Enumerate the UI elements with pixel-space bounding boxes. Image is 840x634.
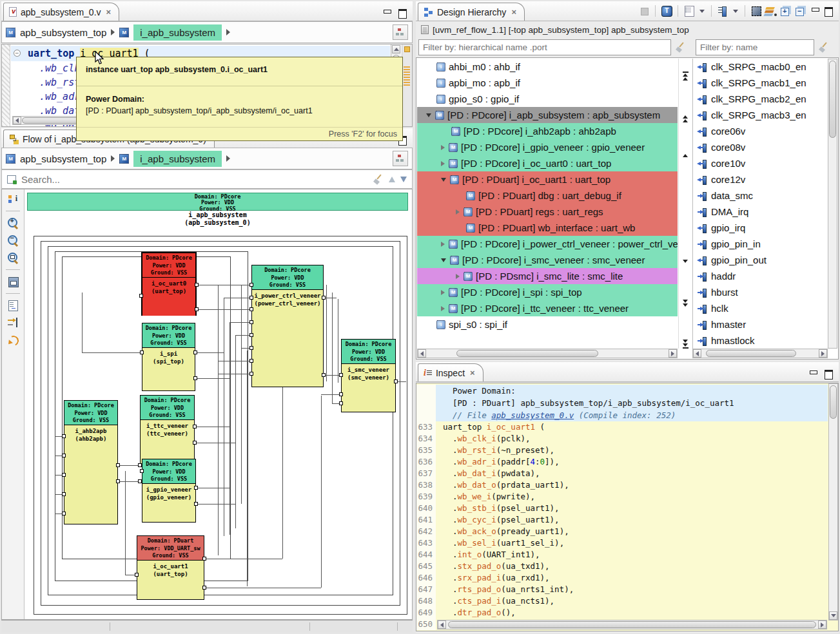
- annotation-overview-icon[interactable]: [404, 46, 410, 52]
- tree-row[interactable]: ispi_s0 : spi_if: [417, 316, 678, 332]
- tree-row[interactable]: iapbi_mo : apb_if: [417, 75, 678, 91]
- clear-search-icon[interactable]: [373, 174, 384, 184]
- occurrence-marker[interactable]: [404, 69, 410, 70]
- flow-diagram-canvas[interactable]: Domain: PDcore Power: VDD Ground: VSS i_…: [24, 189, 412, 619]
- zoom-selection-icon[interactable]: [7, 252, 19, 264]
- layers-icon[interactable]: [765, 5, 777, 17]
- marker-last-icon[interactable]: [681, 340, 690, 349]
- name-filter-input[interactable]: [696, 39, 814, 55]
- inspect-vertical-scrollbar[interactable]: [828, 383, 838, 620]
- port-list-item[interactable]: core06v: [693, 123, 828, 139]
- port-list-item[interactable]: hmastlock: [693, 332, 828, 349]
- run-disabled-icon[interactable]: [638, 5, 650, 17]
- occurrence-marker[interactable]: [404, 72, 410, 73]
- marker-next-icon[interactable]: [681, 260, 690, 263]
- show-hierarchy-button[interactable]: [393, 24, 408, 40]
- chevron-right-icon[interactable]: [111, 155, 115, 162]
- clear-filter-icon[interactable]: [819, 42, 829, 52]
- close-icon[interactable]: ×: [106, 7, 112, 17]
- tree-expander-icon[interactable]: [456, 209, 460, 215]
- expand-all-icon[interactable]: [780, 5, 792, 17]
- tree-expander-icon[interactable]: [441, 290, 445, 295]
- occurrence-marker[interactable]: [404, 79, 410, 81]
- tree-expander-icon[interactable]: [441, 161, 445, 166]
- refresh-icon[interactable]: [7, 334, 19, 346]
- tree-row[interactable]: M[PD : PDuart] dbg : uart_debug_if: [417, 187, 678, 204]
- chevron-right-icon[interactable]: [226, 29, 230, 35]
- testbench-icon[interactable]: [661, 5, 672, 17]
- port-list-item[interactable]: clk_SRPG_macb2_en: [693, 91, 828, 107]
- tree-row[interactable]: M[PD : PDcore] i_power_ctrl_veneer : pow…: [417, 236, 678, 252]
- sort-icon[interactable]: [717, 5, 728, 17]
- marker-prev-group-icon[interactable]: [681, 115, 690, 122]
- maximize-icon[interactable]: [824, 370, 832, 378]
- breadcrumb-item[interactable]: apb_subsystem_top: [20, 153, 106, 164]
- occurrence-marker[interactable]: [404, 66, 410, 68]
- new-search-window-icon[interactable]: [7, 175, 16, 184]
- diagram-block-i_gpio_veneer[interactable]: Domain: PDcorePower: VDDGround: VSSi_gpi…: [142, 459, 196, 523]
- tree-row[interactable]: M[PD : PDuart] i_oc_uart1 : uart_top: [417, 171, 678, 187]
- tab-design-hierarchy[interactable]: Design Hierarchy ×: [418, 3, 525, 21]
- port-list-item[interactable]: gpio_irq: [693, 220, 828, 236]
- tree-expander-icon[interactable]: [426, 113, 431, 117]
- maximize-icon[interactable]: [398, 9, 406, 17]
- tree-row[interactable]: M[PD : PDcore] i_spi : spi_top: [417, 284, 678, 300]
- port-list-item[interactable]: haddr: [693, 268, 828, 284]
- tree-row[interactable]: M[PD : PDcore] i_smc_veneer : smc_veneer: [417, 252, 678, 268]
- diagram-block-i_oc_uart1[interactable]: Domain: PDuartPower: VDD_UART_swGround: …: [137, 535, 204, 600]
- tree-expander-icon[interactable]: [456, 274, 460, 279]
- port-list-item[interactable]: hmaster: [693, 316, 828, 332]
- tree-horizontal-scrollbar[interactable]: [417, 349, 678, 358]
- next-match-icon[interactable]: [400, 177, 407, 182]
- search-input[interactable]: [21, 174, 368, 185]
- port-list-item[interactable]: hburst: [693, 284, 828, 300]
- tree-row[interactable]: M[PD : PDuart] regs : uart_regs: [417, 204, 678, 220]
- tab-inspect[interactable]: i Inspect ×: [418, 363, 483, 381]
- tree-row[interactable]: M[PD : PDsmc] i_smc_lite : smc_lite: [417, 268, 678, 284]
- occurrence-marker[interactable]: [404, 74, 410, 75]
- fold-collapse-icon[interactable]: −: [14, 50, 21, 57]
- save-icon[interactable]: [7, 276, 19, 287]
- show-pins-icon[interactable]: [7, 317, 19, 329]
- tree-row[interactable]: M[PD : PDcore] i_apb_subsystem : apb_sub…: [417, 107, 678, 123]
- tree-row[interactable]: igpio_s0 : gpio_if: [417, 91, 678, 107]
- port-list-item[interactable]: clk_SRPG_macb1_en: [693, 75, 828, 91]
- tree-expander-icon[interactable]: [441, 145, 445, 150]
- chevron-down-icon[interactable]: [699, 10, 705, 13]
- diagram-block-i_spi[interactable]: Domain: PDcorePower: VDDGround: VSSi_spi…: [142, 323, 195, 391]
- diagram-block-i_ahb2apb[interactable]: Domain: PDcorePower: VDDGround: VSSi_ahb…: [64, 400, 118, 524]
- marker-first-icon[interactable]: [681, 72, 690, 81]
- port-list-vertical-scrollbar[interactable]: [828, 59, 837, 349]
- breadcrumb-item[interactable]: apb_subsystem_top: [20, 27, 106, 38]
- previous-match-icon[interactable]: [389, 177, 395, 182]
- options-icon[interactable]: [7, 300, 19, 311]
- tree-row[interactable]: M[PD : PDcore] i_gpio_veneer : gpio_vene…: [417, 139, 678, 155]
- port-list-item[interactable]: hclk: [693, 300, 828, 316]
- tab-apb-subsystem-0-v[interactable]: apb_subsystem_0.v ×: [3, 3, 119, 21]
- diagram-block-i_ttc_veneer[interactable]: Domain: PDcorePower: VDDGround: VSSi_ttc…: [140, 395, 195, 465]
- file-link[interactable]: apb_subsystem_0.v: [491, 410, 574, 420]
- hierarchical-filter-input[interactable]: [418, 39, 671, 55]
- port-list-item[interactable]: gpio_pin_out: [693, 252, 828, 268]
- minimize-icon[interactable]: [809, 370, 817, 378]
- show-hierarchy-button[interactable]: [393, 151, 408, 166]
- inspect-content[interactable]: Power Domain: [PD : PDuart] apb_subsyste…: [416, 383, 839, 631]
- breadcrumb-item-selected[interactable]: i_apb_subsystem: [133, 24, 222, 41]
- inspect-horizontal-scrollbar[interactable]: [437, 620, 827, 629]
- port-list-item[interactable]: core10v: [693, 155, 828, 171]
- tree-expander-icon[interactable]: [441, 258, 446, 262]
- occurrence-marker[interactable]: [404, 84, 410, 86]
- chevron-right-icon[interactable]: [226, 155, 230, 162]
- port-list-item[interactable]: gpio_pin_in: [693, 236, 828, 252]
- tree-expander-icon[interactable]: [441, 306, 445, 311]
- diagram-block-i_oc_uart0[interactable]: Domain: PDcorePower: VDDGround: VSSi_oc_…: [141, 252, 197, 316]
- tree-expander-icon[interactable]: [441, 242, 445, 247]
- diagram-block-i_power_ctrl_veneer[interactable]: Domain: PDcorePower: VDDGround: VSSi_pow…: [251, 265, 324, 387]
- view-menu-icon[interactable]: [683, 5, 695, 17]
- close-icon[interactable]: ×: [470, 368, 475, 378]
- chevron-right-icon[interactable]: [111, 29, 115, 35]
- occurrence-marker[interactable]: [404, 77, 410, 78]
- port-list-horizontal-scrollbar[interactable]: [692, 349, 828, 358]
- port-list-item[interactable]: DMA_irq: [693, 204, 828, 220]
- marker-next-group-icon[interactable]: [681, 300, 690, 307]
